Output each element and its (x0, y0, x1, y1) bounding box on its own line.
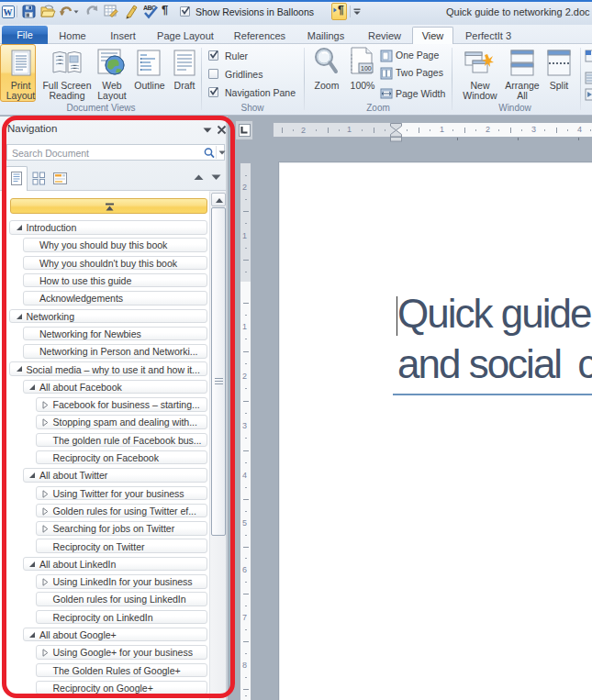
svg-text:W: W (4, 7, 13, 17)
svg-text:100: 100 (361, 65, 372, 72)
